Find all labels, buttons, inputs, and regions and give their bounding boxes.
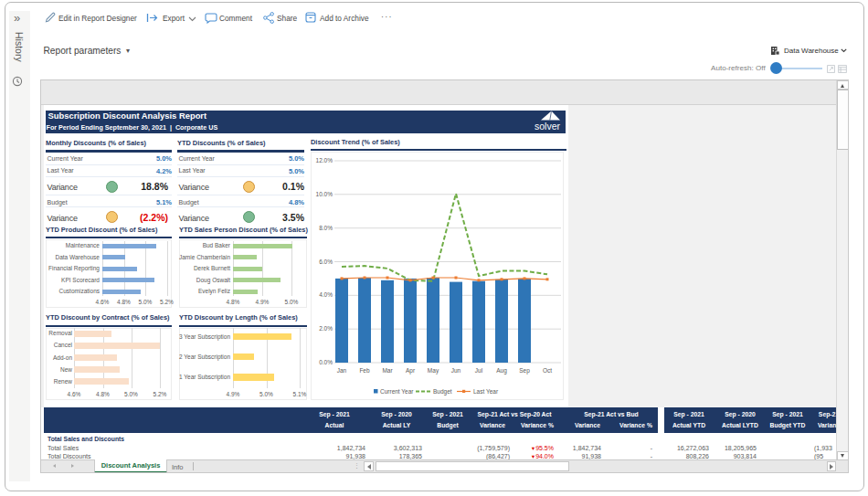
svg-text:Jul: Jul bbox=[475, 367, 483, 374]
svg-text:Oct: Oct bbox=[543, 367, 552, 374]
svg-text:Apr: Apr bbox=[406, 367, 416, 375]
svg-text:Jun: Jun bbox=[451, 367, 461, 374]
svg-text:Aug: Aug bbox=[496, 367, 507, 375]
svg-text:Sep: Sep bbox=[519, 367, 530, 375]
svg-text:Budget: Budget bbox=[433, 388, 452, 396]
svg-text:Jan: Jan bbox=[337, 367, 347, 374]
svg-text:May: May bbox=[428, 367, 439, 375]
svg-text:2.0%: 2.0% bbox=[319, 325, 333, 332]
svg-text:10.0%: 10.0% bbox=[316, 191, 333, 197]
svg-text:Current Year: Current Year bbox=[380, 388, 414, 395]
svg-text:6.0%: 6.0% bbox=[319, 259, 333, 265]
svg-text:Feb: Feb bbox=[359, 367, 370, 374]
svg-text:0.0%: 0.0% bbox=[319, 359, 333, 365]
svg-text:Last Year: Last Year bbox=[473, 388, 499, 395]
svg-text:4.0%: 4.0% bbox=[319, 291, 333, 298]
svg-text:8.0%: 8.0% bbox=[319, 225, 333, 231]
svg-text:12.0%: 12.0% bbox=[316, 157, 333, 164]
svg-text:Mar: Mar bbox=[382, 367, 393, 374]
